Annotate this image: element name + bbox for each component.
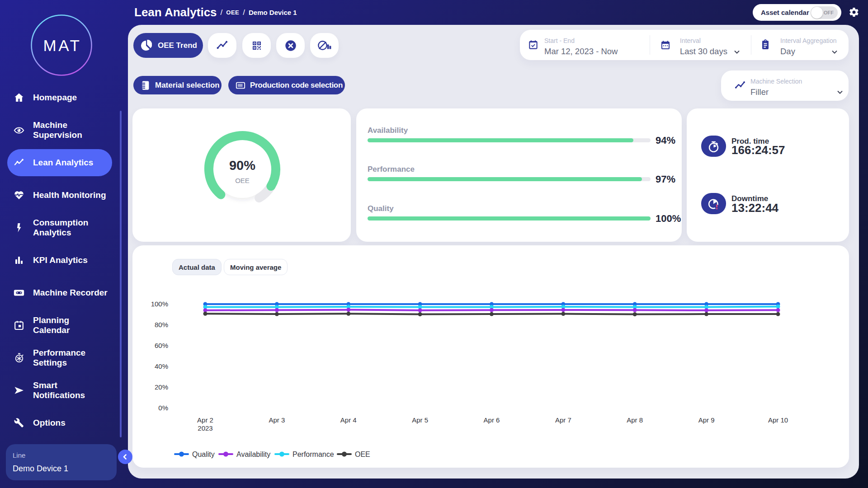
svg-text:MAT: MAT: [43, 37, 82, 54]
svg-text:90%: 90%: [229, 158, 255, 173]
svg-text:OEE: OEE: [235, 177, 250, 184]
